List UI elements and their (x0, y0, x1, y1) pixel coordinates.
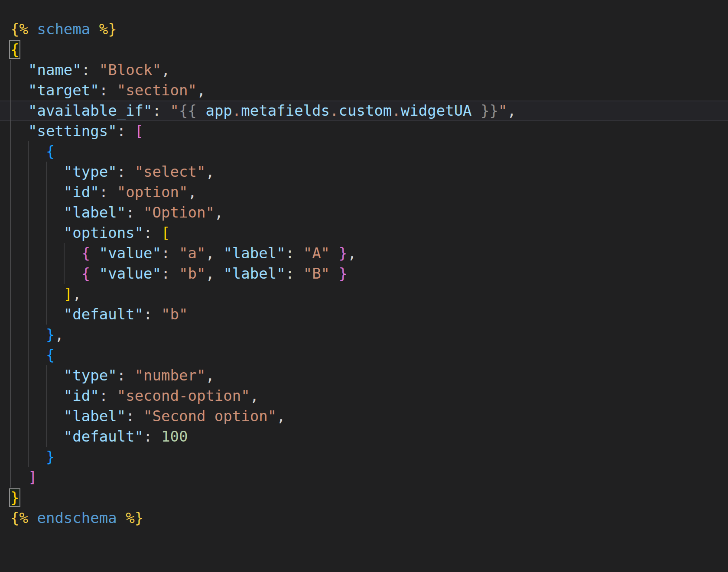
code-token-string: "second-option" (117, 387, 250, 404)
code-token-punct: : (126, 204, 134, 221)
code-token-string: "A" (303, 244, 330, 262)
code-line[interactable]: }, (10, 325, 728, 345)
code-token-bracket1: { (10, 41, 19, 58)
code-token-punct (126, 122, 134, 140)
code-line[interactable]: {% endschema %} (10, 508, 728, 528)
code-token-punct: , (197, 81, 205, 99)
code-token-punct (135, 407, 143, 425)
code-line[interactable]: "options": [ (10, 223, 728, 243)
code-token-punct (10, 387, 64, 404)
code-token-punct: , (205, 367, 214, 384)
code-token-bracket3: { (46, 143, 55, 160)
code-token-string: "select" (135, 163, 206, 180)
code-line[interactable]: ], (10, 284, 728, 304)
code-token-punct (135, 204, 143, 221)
code-token-punct: : (143, 428, 152, 445)
code-token-bracket1: ] (64, 285, 72, 302)
code-line[interactable]: { (10, 345, 728, 365)
code-line[interactable]: "label": "Second option", (10, 406, 728, 426)
code-token-bracket3: } (46, 448, 55, 465)
code-token-punct: , (205, 244, 214, 262)
code-token-punct (10, 306, 64, 323)
code-line[interactable]: "type": "number", (10, 365, 728, 386)
code-token-punct (10, 122, 28, 140)
code-token-punct (10, 285, 64, 302)
code-token-string: "section" (117, 81, 197, 99)
code-token-variable: app (205, 102, 232, 119)
code-token-key: "target" (28, 81, 99, 99)
code-token-bracket2: { (81, 265, 90, 282)
code-token-string: "Option" (143, 204, 214, 221)
code-line[interactable]: {% schema %} (10, 19, 728, 39)
code-token-punct: : (99, 183, 108, 201)
code-token-punct: , (507, 102, 516, 119)
code-token-bracket2: } (339, 244, 348, 262)
code-line[interactable]: } (10, 488, 728, 508)
code-token-punct (161, 102, 170, 119)
code-line[interactable]: "target": "section", (10, 80, 728, 101)
code-line[interactable]: { (10, 141, 728, 162)
code-token-punct: : (161, 265, 170, 282)
code-token-string: "a" (179, 244, 205, 262)
code-token-liquid_brace: {{ (179, 102, 197, 119)
code-token-variable: custom (339, 102, 392, 119)
code-token-punct (294, 244, 303, 262)
code-token-key: "available_if" (28, 102, 153, 119)
code-editor[interactable]: {% schema %}{ "name": "Block", "target":… (0, 0, 728, 572)
code-token-variable: metafields (241, 102, 330, 119)
code-token-punct (330, 244, 338, 262)
code-token-punct: : (286, 244, 294, 262)
code-token-key: "name" (28, 61, 81, 78)
code-token-punct: : (143, 306, 152, 323)
code-token-punct: : (126, 407, 134, 425)
code-token-punct: : (99, 81, 108, 99)
code-line[interactable]: { (10, 39, 728, 60)
code-token-punct (153, 428, 161, 445)
code-token-punct: : (161, 244, 170, 262)
code-token-punct (90, 20, 99, 38)
code-token-punct (10, 428, 64, 445)
code-token-key: "default" (64, 306, 143, 323)
code-token-punct (214, 265, 223, 282)
code-token-punct (28, 20, 37, 38)
code-token-bracket3: } (46, 326, 55, 343)
code-token-punct: : (117, 367, 126, 384)
code-token-punct (294, 265, 303, 282)
code-line[interactable]: "id": "second-option", (10, 386, 728, 406)
code-token-keyword: endschema (37, 509, 117, 526)
code-token-punct (10, 163, 64, 180)
code-token-key: "options" (64, 224, 143, 241)
code-token-string: " (498, 102, 507, 119)
code-line[interactable]: { "value": "a", "label": "A" }, (10, 243, 728, 263)
code-token-key: "id" (64, 387, 99, 404)
code-line[interactable]: ] (10, 467, 728, 488)
code-line[interactable]: "name": "Block", (10, 60, 728, 80)
code-token-string: "b" (161, 306, 188, 323)
code-area: {% schema %}{ "name": "Block", "target":… (0, 0, 728, 572)
code-token-punct: : (117, 163, 126, 180)
code-token-punct (10, 204, 64, 221)
code-line[interactable]: "default": "b" (10, 304, 728, 325)
code-line[interactable]: "settings": [ (10, 121, 728, 141)
code-token-string: "b" (179, 265, 205, 282)
code-token-punct: : (99, 387, 108, 404)
code-token-punct (197, 102, 205, 119)
code-token-punct (108, 387, 117, 404)
code-token-punct: , (205, 163, 214, 180)
code-token-key: "label" (64, 204, 126, 221)
code-line[interactable]: "id": "option", (10, 182, 728, 202)
code-line[interactable]: "label": "Option", (10, 202, 728, 223)
code-line[interactable]: "type": "select", (10, 162, 728, 182)
code-token-key: "type" (64, 163, 117, 180)
code-token-liquid_tag: {% (10, 509, 28, 526)
code-line[interactable]: { "value": "b", "label": "B" } (10, 263, 728, 284)
code-token-keyword: schema (37, 20, 90, 38)
code-line[interactable]: } (10, 447, 728, 467)
code-token-key: "default" (64, 428, 143, 445)
code-token-punct (10, 265, 81, 282)
code-token-punct (10, 244, 81, 262)
code-token-string: " (170, 102, 179, 119)
code-line[interactable]: "available_if": "{{ app.metafields.custo… (10, 101, 728, 121)
code-token-key: "label" (64, 407, 126, 425)
code-line[interactable]: "default": 100 (10, 426, 728, 447)
